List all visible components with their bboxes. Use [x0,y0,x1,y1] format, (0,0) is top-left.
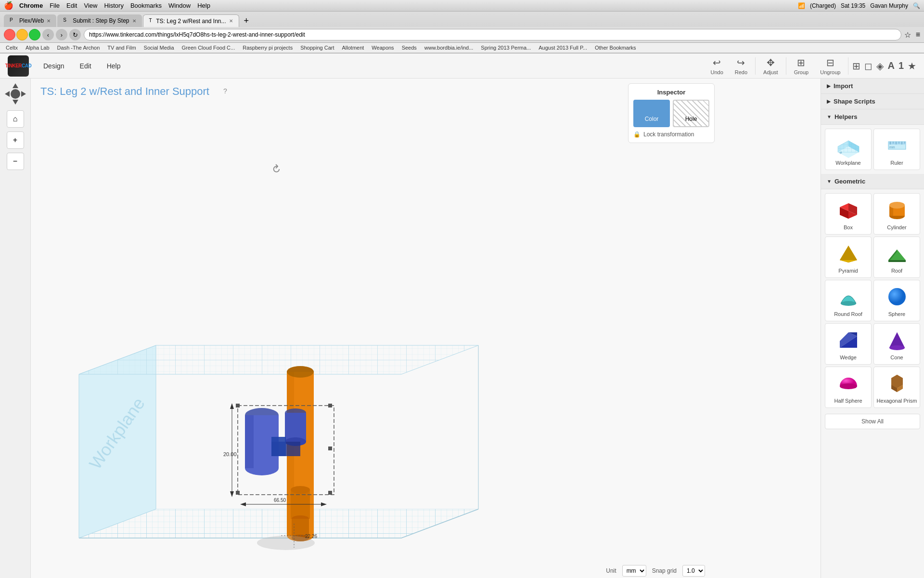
shape-scripts-section-header[interactable]: ▶ Shape Scripts [821,94,924,109]
nav-center-btn[interactable] [11,89,20,99]
bookmark-shopping[interactable]: Shopping Cart [298,44,336,51]
undo-button[interactable]: ↩ Undo [706,55,727,77]
maximize-window-btn[interactable] [29,29,40,40]
helper-ruler[interactable]: mm Ruler [873,129,920,170]
close-window-btn[interactable] [4,29,15,40]
canvas-area[interactable]: TS: Leg 2 w/Rest and Inner Support ? ↻ [31,79,821,578]
back-button[interactable]: ‹ [42,29,54,40]
shape-pyramid[interactable]: Pyramid [825,236,872,278]
geometric-section-header[interactable]: ▼ Geometric [821,174,924,189]
letter-a-icon[interactable]: A [887,60,894,71]
inspector-panel: Inspector Color Hole 🔒 Lock transformati… [628,83,715,143]
ungroup-button[interactable]: ⊟ Ungroup [816,55,844,77]
tab-close-3[interactable]: ✕ [229,18,233,24]
bookmark-star-icon[interactable]: ☆ [904,30,911,39]
bookmarks-menu-item[interactable]: Bookmarks [130,2,162,9]
bookmark-tvfilm[interactable]: TV and Film [105,44,138,51]
tab-close-1[interactable]: ✕ [47,18,51,24]
helpers-section-header[interactable]: ▼ Helpers [821,109,924,125]
zoom-out-button[interactable]: − [7,153,24,170]
bookmark-allotment[interactable]: Allotment [340,44,366,51]
nav-right-arrow[interactable] [21,91,26,97]
nav-down-arrow[interactable] [13,100,18,105]
menu-design[interactable]: Design [37,59,71,73]
bookmark-dash[interactable]: Dash -The Archon [55,44,102,51]
view-menu-item[interactable]: View [84,2,97,9]
svg-marker-36 [230,403,234,409]
shape-cone[interactable]: Cone [873,323,920,365]
bookmark-social[interactable]: Social Media [142,44,176,51]
tinkercad-logo[interactable]: TIN KER CAD [8,55,29,77]
shape-sphere[interactable]: Sphere [873,280,920,321]
unit-select[interactable]: mm cm in [622,565,646,577]
home-view-button[interactable]: ⌂ [7,110,24,128]
nav-left-arrow[interactable] [5,91,10,97]
shape-box[interactable]: Box [825,193,872,235]
menu-help[interactable]: Help [100,59,128,73]
reload-button[interactable]: ↻ [69,29,81,40]
grid-view-icon[interactable]: ⊞ [852,60,860,72]
snap-grid-select[interactable]: 0.1 0.5 1.0 2.0 5.0 [682,565,705,577]
color-button[interactable]: Color [633,100,670,127]
bookmark-spring2013[interactable]: Spring 2013 Perma... [479,44,533,51]
wireframe-view-icon[interactable]: ◈ [876,60,884,72]
tab-submit[interactable]: S Submit : Step By Step ✕ [57,14,141,27]
bookmark-greencloud[interactable]: Green Cloud Food C... [180,44,237,51]
bookmark-bordbia[interactable]: www.bordbia.ie/ind... [423,44,475,51]
address-bar[interactable] [84,29,901,40]
import-section-header[interactable]: ▶ Import [821,79,924,94]
shape-hexagonal-prism[interactable]: Hexagonal Prism [873,367,920,408]
shape-wedge[interactable]: Wedge [825,323,872,365]
zoom-in-button[interactable]: + [7,131,24,149]
hole-button[interactable]: Hole [673,100,709,127]
number-1-icon[interactable]: 1 [898,60,904,71]
file-menu-item[interactable]: File [50,2,60,9]
svg-rect-32 [236,491,240,495]
nav-up-arrow[interactable] [13,83,18,88]
bookmark-weapons[interactable]: Weapons [370,44,396,51]
tab-tinkercad[interactable]: T TS: Leg 2 w/Rest and Inn... ✕ [143,14,239,27]
bookmark-celtx[interactable]: Celtx [4,44,20,51]
svg-text:20.00: 20.00 [223,451,237,457]
history-menu-item[interactable]: History [104,2,123,9]
help-menu-item[interactable]: Help [197,2,210,9]
shape-round-roof[interactable]: Round Roof [825,280,872,321]
group-button[interactable]: ⊞ Group [790,55,813,77]
forward-button[interactable]: › [56,29,67,40]
minimize-window-btn[interactable] [16,29,28,40]
redo-button[interactable]: ↪ Redo [731,55,751,77]
shape-scripts-arrow: ▶ [827,99,831,104]
help-question-icon[interactable]: ? [223,87,227,95]
rotation-handle[interactable]: ↻ [268,161,283,176]
mac-menubar: 🍎 Chrome File Edit View History Bookmark… [0,0,924,12]
menu-edit[interactable]: Edit [73,59,98,73]
chrome-menu-icon[interactable]: ≡ [916,30,920,39]
browser-chrome: P Plex/Web ✕ S Submit : Step By Step ✕ T… [0,12,924,53]
adjust-button[interactable]: ✥ Adjust [759,55,782,77]
svg-rect-53 [888,142,906,144]
apple-menu[interactable]: 🍎 [4,1,13,10]
shape-half-sphere[interactable]: Half Sphere [825,367,872,408]
roof-shape-icon [885,241,910,266]
helper-workplane[interactable]: W Workplane [825,129,872,170]
cube-view-icon[interactable]: ◻ [864,60,873,72]
tab-plexweb[interactable]: P Plex/Web ✕ [4,14,56,27]
tab-close-2[interactable]: ✕ [132,18,136,24]
bookmark-aug2013[interactable]: August 2013 Full P... [537,44,589,51]
shape-roof[interactable]: Roof [873,236,920,278]
bookmark-alphalab[interactable]: Alpha Lab [24,44,51,51]
shape-cylinder[interactable]: Cylinder [873,193,920,235]
window-menu-item[interactable]: Window [168,2,191,9]
separator-1 [755,57,756,75]
bookmark-seeds[interactable]: Seeds [400,44,419,51]
new-tab-button[interactable]: + [240,16,253,26]
chrome-menu-item[interactable]: Chrome [19,2,43,9]
show-all-button[interactable]: Show All [825,414,920,429]
topbar-menu: Design Edit Help [37,59,128,73]
search-icon[interactable]: 🔍 [913,2,920,9]
bookmark-raspberry[interactable]: Raspberry pi projects [241,44,295,51]
edit-menu-item[interactable]: Edit [66,2,77,9]
view-nav-control[interactable] [5,83,26,105]
bookmark-other[interactable]: Other Bookmarks [593,44,638,51]
star-icon[interactable]: ★ [908,60,916,72]
